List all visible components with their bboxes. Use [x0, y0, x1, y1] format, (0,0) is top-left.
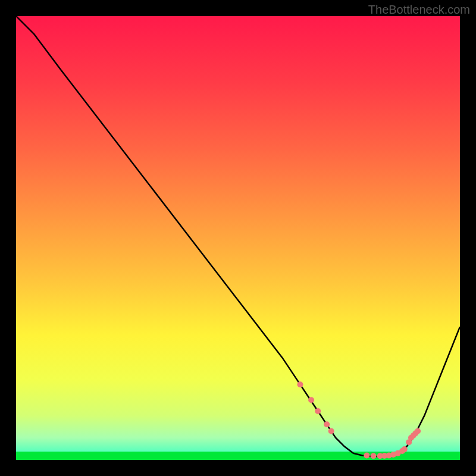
- bottleneck-curve: [16, 16, 460, 456]
- curve-layer: [16, 16, 460, 460]
- marker-points: [297, 381, 421, 459]
- marker-point: [308, 397, 314, 403]
- chart-area: [16, 16, 460, 460]
- marker-point: [315, 408, 321, 414]
- marker-point: [328, 428, 334, 434]
- watermark-text: TheBottleneck.com: [368, 3, 470, 17]
- marker-point: [364, 453, 369, 459]
- marker-point: [402, 446, 408, 452]
- marker-point: [415, 428, 421, 434]
- marker-point: [324, 421, 330, 427]
- marker-point: [371, 453, 377, 459]
- marker-point: [297, 381, 303, 387]
